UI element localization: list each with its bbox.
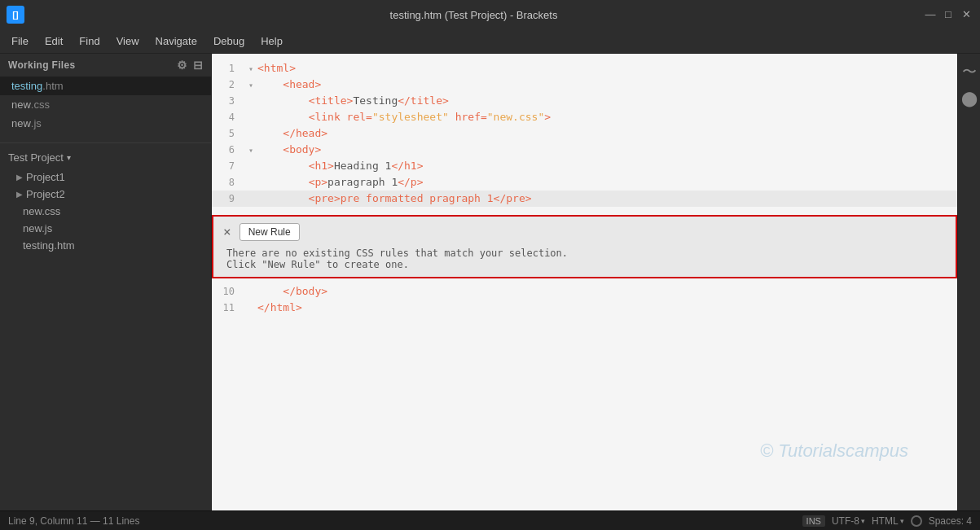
tree-item-new-css[interactable]: new.css [0, 203, 211, 220]
working-files-header: Working Files ⚙ ⊟ [0, 54, 211, 77]
linting-indicator [911, 515, 922, 527]
inline-panel-top: × New Rule [223, 223, 946, 241]
menu-help[interactable]: Help [253, 33, 291, 50]
menu-debug[interactable]: Debug [205, 33, 253, 50]
tree-item-project2[interactable]: ▶ Project2 [0, 186, 211, 203]
status-right: INS UTF-8 ▾ HTML ▾ Spaces: 4 [802, 515, 972, 527]
tree-label: new.js [23, 222, 52, 234]
tree-label: Project1 [26, 171, 65, 183]
arrow-icon: ▶ [16, 190, 23, 199]
title-bar-left: [] [7, 6, 24, 24]
language-dropdown[interactable]: HTML ▾ [872, 515, 904, 527]
editor-area: 1 ▾ <html> 2 ▾ <head> 3 <title>Testing</… [212, 54, 957, 510]
tree-label: testing.htm [23, 239, 75, 252]
live-preview-icon[interactable]: 〜 [962, 62, 977, 81]
close-button[interactable]: ✕ [959, 7, 973, 22]
project-chevron-icon: ▾ [67, 153, 71, 162]
window-title: testing.htm (Test Project) - Brackets [390, 9, 558, 21]
chevron-down-icon: ▾ [861, 517, 865, 525]
code-line-9: 9 <pre>pre formatted pragraph 1</pre> [212, 191, 957, 207]
maximize-button[interactable]: □ [941, 7, 956, 22]
status-bar: Line 9, Column 11 — 11 Lines INS UTF-8 ▾… [0, 510, 980, 530]
right-panel: 〜 ⬤ [957, 54, 980, 510]
tree-item-new-js[interactable]: new.js [0, 220, 211, 237]
menu-view[interactable]: View [108, 33, 147, 50]
code-line-10: 10 </body> [212, 283, 957, 300]
project-header[interactable]: Test Project ▾ [0, 147, 211, 169]
tree-label: new.css [23, 205, 60, 217]
close-inline-panel-button[interactable]: × [223, 226, 231, 239]
code-line-5: 5 </head> [212, 125, 957, 142]
code-line-8: 8 <p>paragraph 1</p> [212, 174, 957, 191]
sidebar-icons: ⚙ ⊟ [177, 59, 203, 72]
chevron-down-icon: ▾ [900, 517, 904, 525]
split-icon[interactable]: ⊟ [193, 59, 203, 72]
code-line-7: 7 <h1>Heading 1</h1> [212, 158, 957, 174]
tree-item-testing-htm[interactable]: testing.htm [0, 237, 211, 254]
inline-panel-message: There are no existing CSS rules that mat… [223, 247, 946, 270]
code-lines-above: 1 ▾ <html> 2 ▾ <head> 3 <title>Testing</… [212, 54, 957, 213]
code-line-2: 2 ▾ <head> [212, 77, 957, 93]
encoding-dropdown[interactable]: UTF-8 ▾ [832, 515, 865, 527]
code-line-1: 1 ▾ <html> [212, 60, 957, 77]
gear-icon[interactable]: ⚙ [177, 59, 187, 72]
code-line-4: 4 <link rel="stylesheet" href="new.css"> [212, 109, 957, 125]
sidebar: Working Files ⚙ ⊟ testing.htm new.css ne… [0, 54, 212, 510]
menu-navigate[interactable]: Navigate [147, 33, 205, 50]
code-line-11: 11 </html> [212, 300, 957, 316]
new-rule-button[interactable]: New Rule [240, 223, 300, 241]
inline-css-panel: × New Rule There are no existing CSS rul… [212, 215, 957, 278]
menu-find[interactable]: Find [71, 33, 108, 50]
menu-edit[interactable]: Edit [37, 33, 71, 50]
sidebar-divider [0, 142, 211, 143]
app-logo: [] [7, 6, 24, 24]
menu-file[interactable]: File [3, 33, 37, 50]
window-controls: — □ ✕ [923, 7, 973, 22]
minimize-button[interactable]: — [923, 7, 938, 22]
working-files-list: testing.htm new.css new.js [0, 77, 211, 133]
project-label: Test Project [8, 151, 64, 164]
tree-item-project1[interactable]: ▶ Project1 [0, 169, 211, 186]
file-search-icon[interactable]: ⬤ [961, 90, 978, 107]
code-line-6: 6 ▾ <body> [212, 142, 957, 158]
arrow-icon: ▶ [16, 173, 23, 182]
code-line-3: 3 <title>Testing</title> [212, 93, 957, 109]
file-item-new-css[interactable]: new.css [0, 95, 211, 114]
file-item-new-js[interactable]: new.js [0, 114, 211, 133]
main-layout: Working Files ⚙ ⊟ testing.htm new.css ne… [0, 54, 980, 510]
title-bar: [] testing.htm (Test Project) - Brackets… [0, 0, 980, 29]
status-position: Line 9, Column 11 — 11 Lines [8, 515, 139, 527]
menu-bar: File Edit Find View Navigate Debug Help [0, 29, 980, 54]
working-files-label: Working Files [8, 59, 75, 71]
file-item-testing-htm[interactable]: testing.htm [0, 77, 211, 95]
code-editor[interactable]: 1 ▾ <html> 2 ▾ <head> 3 <title>Testing</… [212, 54, 957, 510]
tree-label: Project2 [26, 188, 65, 200]
status-ins-badge: INS [802, 515, 825, 527]
code-lines-below: 10 </body> 11 </html> [212, 280, 957, 319]
